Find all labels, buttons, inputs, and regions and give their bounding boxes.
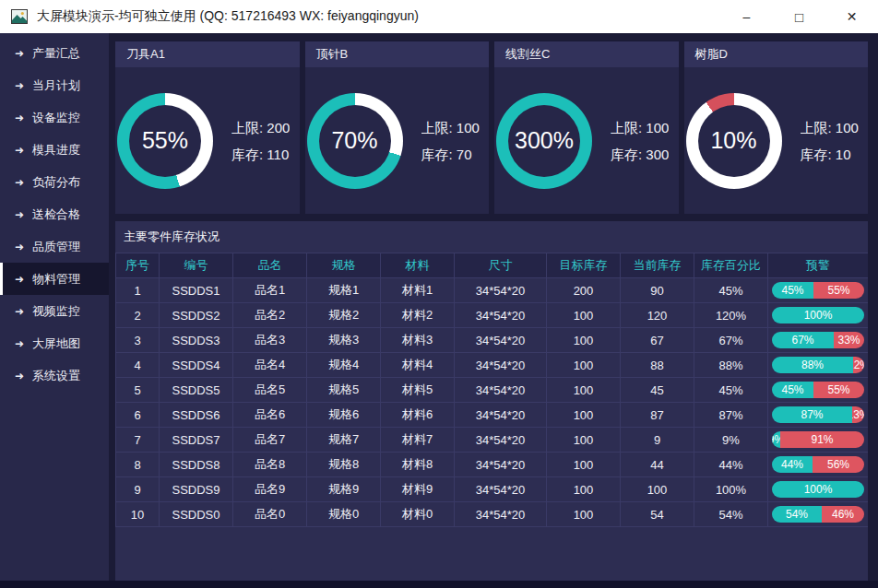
warning-cell: 9%91%: [768, 428, 869, 453]
table-cell: 34*54*20: [455, 303, 547, 328]
sidebar-item-monthly-plan[interactable]: ➜当月计划: [0, 69, 109, 101]
column-header: 预警: [768, 253, 869, 278]
gauge-panel-wire-c: 线割丝C300%上限: 100库存: 300: [494, 41, 679, 214]
sidebar-item-label: 负荷分布: [32, 174, 80, 191]
bar-warn-label: 12%: [853, 359, 864, 371]
bar-ok-segment: 45%: [772, 282, 813, 299]
bar-warn-label: 56%: [827, 458, 849, 471]
warning-bar: 100%: [772, 481, 864, 498]
main-content: 刀具A155%上限: 200库存: 110顶针B70%上限: 100库存: 70…: [109, 33, 878, 581]
gauge-limit-label: 上限: 200: [231, 114, 290, 141]
table-cell: 100: [547, 428, 621, 453]
arrow-icon: ➜: [15, 274, 24, 285]
table-cell: 100: [547, 353, 621, 378]
table-row: 3SSDDS3品名3规格3材料334*54*201006767%67%33%: [116, 328, 869, 353]
table-cell: 100: [621, 477, 694, 502]
arrow-icon: ➜: [15, 370, 24, 382]
bar-ok-label: 67%: [791, 334, 813, 347]
sidebar-item-quality-management[interactable]: ➜品质管理: [0, 230, 109, 263]
bar-warn-segment: 13%: [852, 406, 864, 423]
table-cell: 规格9: [307, 477, 381, 502]
sidebar-item-label: 设备监控: [32, 110, 80, 126]
sidebar-item-material-management[interactable]: ➜物料管理: [0, 263, 109, 295]
arrow-icon: ➜: [15, 209, 24, 220]
table-row: 7SSDDS7品名7规格7材料734*54*2010099%9%91%: [116, 428, 869, 453]
table-cell: 6: [116, 403, 160, 428]
bar-ok-label: 100%: [804, 483, 833, 496]
sidebar-item-system-settings[interactable]: ➜系统设置: [0, 359, 109, 392]
gauge-limit-label: 上限: 100: [801, 114, 859, 141]
bar-ok-label: 44%: [781, 458, 803, 471]
bar-ok-segment: 54%: [772, 506, 822, 523]
table-header-row: 序号编号品名规格材料尺寸目标库存当前库存库存百分比预警: [116, 253, 869, 278]
sidebar-item-label: 物料管理: [32, 271, 80, 288]
table-cell: 44: [621, 453, 694, 477]
sidebar-item-video-monitor[interactable]: ➜视频监控: [0, 295, 109, 327]
table-cell: 材料6: [381, 403, 455, 428]
table-cell: SSDDS7: [160, 428, 233, 453]
inventory-panel: 主要零件库存状况 序号编号品名规格材料尺寸目标库存当前库存库存百分比预警1SSD…: [115, 221, 868, 581]
warning-cell: 45%55%: [768, 378, 869, 403]
table-cell: 100: [547, 303, 621, 328]
table-cell: 9: [116, 477, 160, 502]
table-cell: 规格2: [307, 303, 381, 328]
table-cell: 34*54*20: [455, 477, 547, 502]
table-cell: 34*54*20: [455, 502, 547, 527]
sidebar-item-device-monitor[interactable]: ➜设备监控: [0, 101, 109, 134]
bar-ok-segment: 100%: [772, 307, 864, 323]
warning-bar: 88%12%: [772, 357, 864, 373]
column-header: 规格: [307, 253, 381, 278]
bar-warn-segment: 55%: [813, 282, 864, 299]
sidebar-item-big-screen-map[interactable]: ➜大屏地图: [0, 327, 109, 359]
gauge-limit-label: 上限: 100: [421, 114, 480, 141]
gauge-labels: 上限: 100库存: 10: [801, 114, 859, 168]
table-cell: SSDDS1: [160, 278, 233, 303]
sidebar-item-label: 系统设置: [32, 368, 80, 384]
titlebar[interactable]: 大屏模块演示-均可独立使用 (QQ: 517216493 WX: feiyang…: [0, 0, 878, 33]
column-header: 序号: [116, 253, 160, 278]
table-cell: 34*54*20: [455, 453, 547, 477]
table-cell: 2: [116, 303, 160, 328]
bar-warn-label: 46%: [832, 508, 854, 521]
table-cell: 100: [547, 328, 621, 353]
gauge-labels: 上限: 100库存: 70: [421, 114, 480, 168]
app-body: ➜产量汇总➜当月计划➜设备监控➜模具进度➜负荷分布➜送检合格➜品质管理➜物料管理…: [0, 33, 878, 581]
maximize-button[interactable]: □: [773, 0, 825, 33]
table-cell: 品名8: [233, 453, 307, 477]
sidebar-item-inspection-pass[interactable]: ➜送检合格: [0, 198, 109, 230]
minimize-button[interactable]: –: [720, 0, 773, 33]
table-cell: 34*54*20: [455, 353, 547, 378]
table-row: 2SSDDS2品名2规格2材料234*54*20100120120%100%: [116, 303, 869, 328]
table-cell: 67: [621, 328, 694, 353]
sidebar-item-mold-progress[interactable]: ➜模具进度: [0, 134, 109, 166]
table-row: 6SSDDS6品名6规格6材料634*54*201008787%87%13%: [116, 403, 869, 428]
donut-chart: 10%: [686, 93, 782, 189]
table-cell: 材料9: [381, 477, 455, 502]
table-cell: 材料5: [381, 378, 455, 403]
table-cell: 54: [621, 502, 694, 527]
sidebar-item-load-distribution[interactable]: ➜负荷分布: [0, 166, 109, 198]
table-cell: 45: [621, 378, 694, 403]
table-cell: 120%: [694, 303, 768, 328]
window-controls: – □ ✕: [720, 0, 878, 33]
table-row: 9SSDDS9品名9规格9材料934*54*20100100100%100%: [116, 477, 869, 502]
gauge-body: 55%上限: 200库存: 110: [115, 67, 300, 214]
warning-cell: 44%56%: [768, 453, 869, 477]
table-cell: 3: [116, 328, 160, 353]
table-cell: 规格0: [307, 502, 381, 527]
table-cell: 材料4: [381, 353, 455, 378]
close-button[interactable]: ✕: [825, 0, 878, 33]
warning-cell: 88%12%: [768, 353, 869, 378]
arrow-icon: ➜: [15, 145, 24, 156]
donut-chart: 55%: [117, 93, 213, 189]
table-cell: 品名1: [233, 278, 307, 303]
sidebar: ➜产量汇总➜当月计划➜设备监控➜模具进度➜负荷分布➜送检合格➜品质管理➜物料管理…: [0, 33, 109, 581]
sidebar-item-label: 品质管理: [32, 239, 80, 255]
bar-ok-label: 87%: [801, 408, 823, 421]
column-header: 库存百分比: [694, 253, 768, 278]
table-cell: SSDDS9: [160, 477, 233, 502]
inventory-table: 序号编号品名规格材料尺寸目标库存当前库存库存百分比预警1SSDDS1品名1规格1…: [115, 253, 868, 527]
sidebar-item-production-summary[interactable]: ➜产量汇总: [0, 37, 109, 69]
gauge-stock-label: 库存: 70: [421, 141, 480, 168]
table-cell: 材料0: [381, 502, 455, 527]
